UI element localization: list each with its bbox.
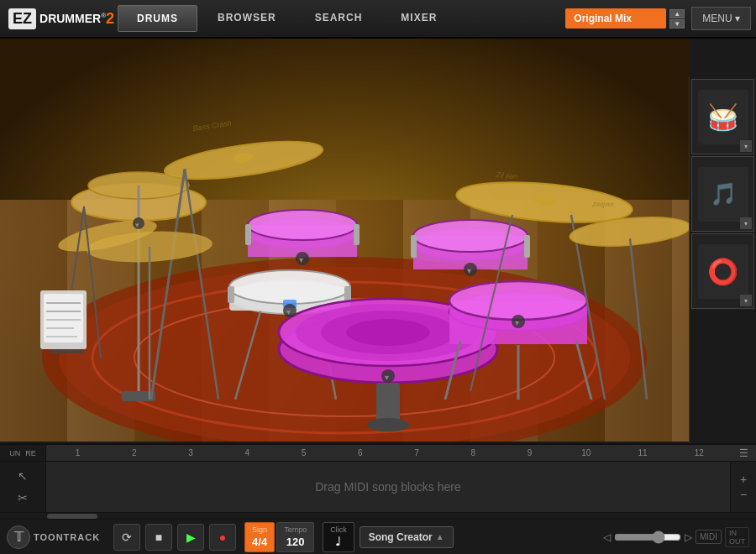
tick-8: 8 — [445, 448, 501, 457]
menu-button[interactable]: MENU ▾ — [691, 7, 751, 30]
svg-text:Zil jian: Zil jian — [495, 170, 518, 180]
seq-scrollbar[interactable] — [0, 512, 756, 519]
preset-area: Original Mix ▲ ▼ — [565, 8, 685, 29]
play-button[interactable]: ▶ — [177, 524, 204, 551]
tick-11: 11 — [615, 448, 671, 457]
stick-panel-item[interactable]: 🎵 ▾ — [691, 156, 754, 232]
svg-rect-33 — [245, 224, 251, 245]
cymbal-expand-arrow[interactable]: ▾ — [740, 295, 752, 306]
tick-10: 10 — [558, 448, 614, 457]
drag-midi-hint: Drag MIDI song blocks here — [315, 480, 461, 494]
svg-text:▾: ▾ — [385, 373, 389, 382]
tab-browser[interactable]: BROWSER — [199, 5, 295, 32]
svg-point-41 — [346, 319, 430, 346]
tempo-box[interactable]: Tempo 120 — [276, 522, 314, 552]
click-box[interactable]: Click ♩ — [323, 522, 354, 552]
song-creator-button[interactable]: Song Creator ▲ — [360, 526, 454, 548]
logo-area: EZ DRUMMER® 2 — [0, 8, 118, 29]
click-icon: ♩ — [335, 535, 341, 548]
snare-expand-arrow[interactable]: ▾ — [740, 140, 752, 152]
tab-mixer[interactable]: MIXER — [382, 5, 455, 32]
sign-tempo-area: Sign 4/4 Tempo 120 — [244, 522, 314, 552]
seq-undo-redo: UN RE — [0, 445, 46, 461]
volume-low-icon: ◁ — [603, 531, 611, 543]
preset-down-button[interactable]: ▼ — [669, 19, 685, 29]
preset-select[interactable]: Original Mix — [565, 8, 666, 29]
transport-bar: 𝕋 TOONTRACK ⟳ ■ ▶ ● Sign 4/4 Tempo 120 C — [0, 519, 756, 554]
stick-expand-arrow[interactable]: ▾ — [740, 217, 752, 229]
volume-slider[interactable] — [614, 530, 681, 544]
tick-7: 7 — [389, 448, 445, 457]
volume-high-icon: ▷ — [685, 531, 692, 543]
toontrack-text: TOONTRACK — [34, 532, 100, 542]
tick-1: 1 — [50, 448, 106, 457]
redo-label[interactable]: RE — [25, 449, 36, 457]
sign-label: Sign — [252, 525, 267, 534]
ez-text: EZ — [13, 10, 32, 27]
drum-kit-svg: Bass Crash — [0, 39, 689, 442]
logo-ez: EZ — [8, 8, 36, 29]
svg-text:Zildjian: Zildjian — [591, 201, 614, 208]
out-label: OUT — [729, 537, 745, 546]
svg-rect-74 — [44, 294, 83, 342]
cymbal-panel-item[interactable]: ⭕ ▾ — [691, 233, 754, 309]
svg-point-61 — [534, 194, 558, 206]
preset-up-button[interactable]: ▲ — [669, 9, 685, 18]
loop-button[interactable]: ⟳ — [113, 524, 140, 551]
tempo-value: 120 — [286, 536, 305, 548]
seq-track-area[interactable]: Drag MIDI song blocks here — [46, 462, 731, 512]
midi-label: MIDI — [696, 530, 722, 544]
seq-zoom: + − — [731, 462, 756, 512]
snare-thumb: 🥁 — [698, 90, 748, 144]
seq-left-controls: ↖ ✂ — [0, 462, 46, 512]
scissors-tool[interactable]: ✂ — [16, 489, 29, 506]
tempo-label: Tempo — [284, 525, 307, 534]
svg-rect-34 — [354, 224, 360, 245]
zoom-in-button[interactable]: + — [740, 473, 747, 485]
svg-point-43 — [367, 418, 409, 431]
drum-background: Bass Crash — [0, 39, 689, 442]
tick-9: 9 — [501, 448, 558, 457]
time-signature-box[interactable]: Sign 4/4 — [244, 522, 275, 552]
svg-rect-49 — [411, 235, 417, 258]
logo-drummer-text: DRUMMER® — [39, 12, 106, 25]
select-tool[interactable]: ↖ — [16, 468, 29, 484]
tick-5: 5 — [276, 448, 332, 457]
main-area: Bass Crash — [0, 39, 756, 442]
click-label: Click — [330, 525, 347, 534]
svg-text:▾: ▾ — [299, 255, 303, 264]
scrollbar-thumb[interactable] — [47, 514, 97, 519]
stop-button[interactable]: ■ — [145, 524, 172, 551]
svg-rect-50 — [524, 235, 530, 258]
toontrack-logo: 𝕋 TOONTRACK — [7, 525, 100, 549]
in-out-indicator: IN OUT — [725, 527, 749, 547]
sequencer: UN RE 1 2 3 4 5 6 7 8 9 10 11 12 ☰ ↖ ✂ — [0, 443, 756, 554]
svg-rect-22 — [228, 286, 234, 303]
song-creator-arrow: ▲ — [436, 532, 444, 541]
tab-search[interactable]: SEARCH — [297, 5, 381, 32]
logo-2-text: 2 — [106, 10, 114, 28]
tick-6: 6 — [332, 448, 388, 457]
tab-drums[interactable]: DRUMS — [118, 5, 197, 32]
record-button[interactable]: ● — [209, 524, 236, 551]
svg-text:▾: ▾ — [286, 307, 291, 316]
snare-panel-item[interactable]: 🥁 ▾ — [691, 79, 754, 154]
sign-value: 4/4 — [252, 536, 267, 548]
svg-text:Bass Crash: Bass Crash — [192, 119, 232, 133]
tick-12: 12 — [671, 448, 727, 457]
stick-thumb: 🎵 — [698, 167, 748, 222]
header: EZ DRUMMER® 2 DRUMS BROWSER SEARCH MIXER… — [0, 0, 756, 39]
ruler-menu[interactable]: ☰ — [731, 447, 756, 459]
in-label: IN — [729, 529, 745, 537]
cymbal-thumb: ⭕ — [698, 244, 748, 299]
svg-text:▾: ▾ — [515, 318, 519, 327]
right-panel: 🥁 ▾ 🎵 ▾ ⭕ ▾ — [689, 77, 756, 480]
drum-area: Bass Crash — [0, 39, 689, 442]
nav-tabs: DRUMS BROWSER SEARCH MIXER — [118, 5, 565, 32]
seq-ruler: UN RE 1 2 3 4 5 6 7 8 9 10 11 12 ☰ — [0, 445, 756, 462]
zoom-out-button[interactable]: − — [740, 489, 747, 500]
tick-2: 2 — [106, 448, 162, 457]
undo-label[interactable]: UN — [9, 449, 20, 457]
volume-area: ◁ ▷ MIDI IN OUT — [603, 527, 749, 547]
svg-text:▾: ▾ — [135, 221, 139, 229]
